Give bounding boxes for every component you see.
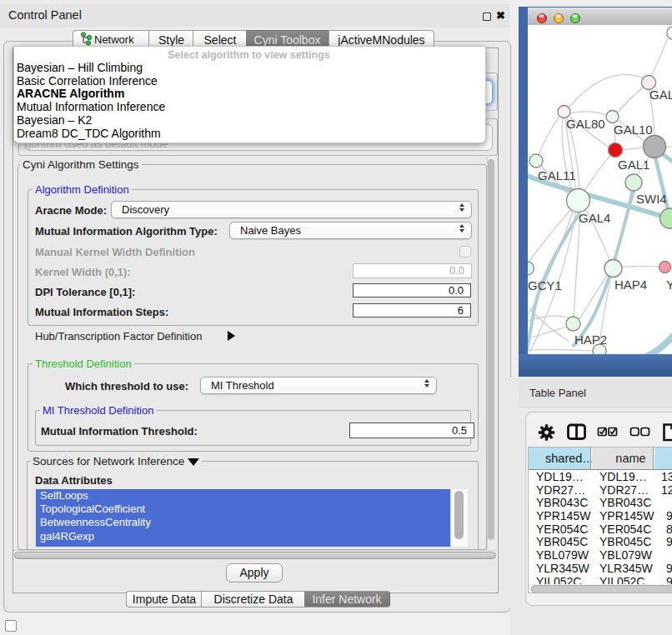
svg-text:GAL80: GAL80 — [566, 117, 605, 131]
svg-text:HAP4: HAP4 — [614, 278, 647, 292]
svg-text:YL: YL — [666, 278, 672, 292]
svg-text:GAL1: GAL1 — [618, 158, 649, 172]
svg-text:GCY1: GCY1 — [528, 278, 562, 292]
svg-text:GAL2: GAL2 — [649, 88, 672, 102]
svg-text:HAP2: HAP2 — [574, 332, 607, 347]
svg-text:GAL4: GAL4 — [579, 211, 610, 225]
svg-text:SWI4: SWI4 — [636, 192, 667, 206]
svg-text:GAL11: GAL11 — [538, 168, 576, 182]
svg-text:GAL10: GAL10 — [614, 122, 653, 137]
